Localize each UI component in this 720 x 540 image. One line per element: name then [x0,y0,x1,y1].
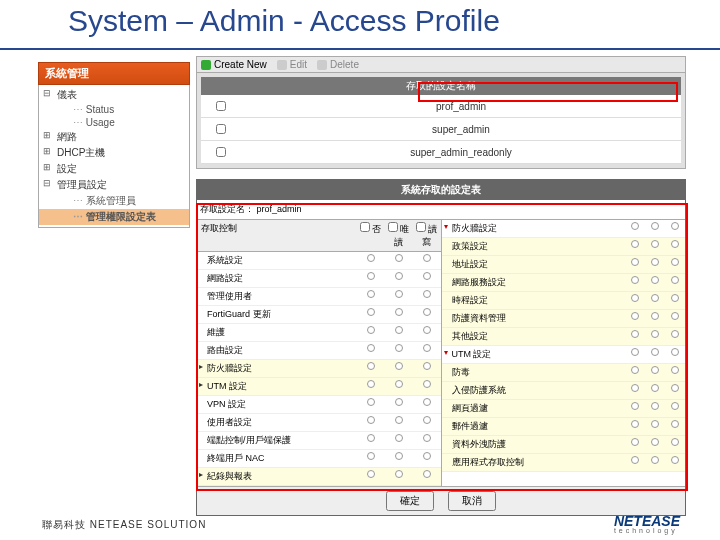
col-read-toggle[interactable] [388,222,398,232]
perm-radio[interactable] [423,452,431,460]
perm-radio[interactable] [367,434,375,442]
perm-radio[interactable] [367,254,375,262]
perm-radio[interactable] [651,438,659,446]
perm-radio[interactable] [631,384,639,392]
perm-radio[interactable] [651,402,659,410]
nav-item[interactable]: ⊟儀表 [39,87,189,103]
perm-radio[interactable] [395,290,403,298]
perm-radio[interactable] [423,470,431,478]
edit-button[interactable]: Edit [277,59,307,70]
perm-radio[interactable] [423,434,431,442]
row-checkbox[interactable] [216,147,226,157]
perm-radio[interactable] [367,308,375,316]
perm-radio[interactable] [395,416,403,424]
profile-row[interactable]: super_admin [201,118,681,141]
perm-radio[interactable] [631,420,639,428]
perm-radio[interactable] [367,326,375,334]
perm-radio[interactable] [395,326,403,334]
perm-radio[interactable] [631,348,639,356]
perm-radio[interactable] [631,294,639,302]
perm-radio[interactable] [651,258,659,266]
nav-item[interactable]: ⋯ Usage [39,116,189,129]
perm-radio[interactable] [423,416,431,424]
perm-radio[interactable] [423,272,431,280]
create-new-button[interactable]: Create New [201,59,267,70]
perm-radio[interactable] [651,384,659,392]
perm-radio[interactable] [651,456,659,464]
perm-radio[interactable] [395,470,403,478]
perm-radio[interactable] [367,362,375,370]
perm-radio[interactable] [423,344,431,352]
perm-radio[interactable] [671,456,679,464]
perm-radio[interactable] [651,312,659,320]
nav-item[interactable]: ⋯ 管理權限設定表 [39,209,189,225]
perm-radio[interactable] [395,434,403,442]
perm-radio[interactable] [395,344,403,352]
perm-radio[interactable] [651,348,659,356]
perm-radio[interactable] [671,384,679,392]
perm-radio[interactable] [671,240,679,248]
row-checkbox[interactable] [216,101,226,111]
perm-radio[interactable] [631,438,639,446]
perm-radio[interactable] [671,294,679,302]
nav-item[interactable]: ⋯ 系統管理員 [39,193,189,209]
perm-radio[interactable] [423,380,431,388]
perm-radio[interactable] [651,420,659,428]
perm-radio[interactable] [671,276,679,284]
perm-radio[interactable] [423,308,431,316]
perm-radio[interactable] [423,290,431,298]
col-rw-toggle[interactable] [416,222,426,232]
perm-radio[interactable] [367,344,375,352]
perm-radio[interactable] [631,240,639,248]
perm-radio[interactable] [671,402,679,410]
perm-radio[interactable] [631,222,639,230]
perm-radio[interactable] [671,330,679,338]
nav-item[interactable]: ⊞網路 [39,129,189,145]
perm-radio[interactable] [671,312,679,320]
perm-radio[interactable] [671,222,679,230]
perm-radio[interactable] [631,402,639,410]
perm-radio[interactable] [631,366,639,374]
perm-radio[interactable] [671,366,679,374]
perm-radio[interactable] [671,438,679,446]
perm-radio[interactable] [367,452,375,460]
perm-radio[interactable] [423,398,431,406]
perm-radio[interactable] [671,348,679,356]
perm-radio[interactable] [367,470,375,478]
cancel-button[interactable]: 取消 [448,491,496,511]
perm-radio[interactable] [395,380,403,388]
perm-radio[interactable] [423,254,431,262]
profile-row[interactable]: super_admin_readonly [201,141,681,164]
perm-radio[interactable] [671,258,679,266]
perm-radio[interactable] [423,326,431,334]
perm-radio[interactable] [651,330,659,338]
perm-radio[interactable] [395,362,403,370]
perm-radio[interactable] [631,276,639,284]
nav-item[interactable]: ⊞DHCP主機 [39,145,189,161]
perm-radio[interactable] [367,290,375,298]
delete-button[interactable]: Delete [317,59,359,70]
perm-radio[interactable] [395,452,403,460]
perm-radio[interactable] [367,380,375,388]
perm-radio[interactable] [651,222,659,230]
perm-radio[interactable] [631,330,639,338]
perm-radio[interactable] [395,398,403,406]
perm-radio[interactable] [651,294,659,302]
perm-radio[interactable] [423,362,431,370]
row-checkbox[interactable] [216,124,226,134]
perm-radio[interactable] [651,240,659,248]
col-none-toggle[interactable] [360,222,370,232]
perm-radio[interactable] [367,272,375,280]
perm-radio[interactable] [395,308,403,316]
perm-radio[interactable] [651,366,659,374]
perm-radio[interactable] [631,258,639,266]
perm-radio[interactable] [631,456,639,464]
nav-item[interactable]: ⊞設定 [39,161,189,177]
perm-radio[interactable] [651,276,659,284]
perm-radio[interactable] [671,420,679,428]
perm-radio[interactable] [395,272,403,280]
nav-item[interactable]: ⊟管理員設定 [39,177,189,193]
perm-radio[interactable] [395,254,403,262]
ok-button[interactable]: 確定 [386,491,434,511]
perm-radio[interactable] [367,398,375,406]
